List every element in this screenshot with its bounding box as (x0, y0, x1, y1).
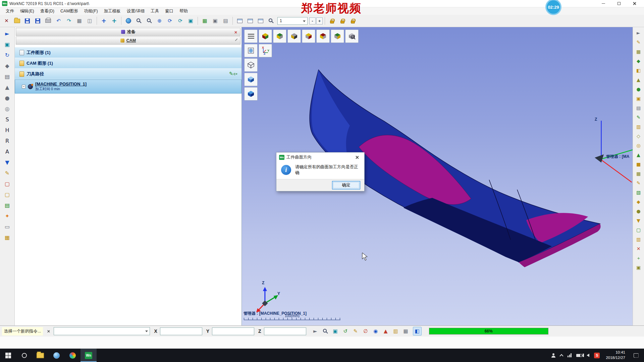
globe-icon[interactable] (123, 16, 133, 25)
z-coordinate-input[interactable] (264, 327, 306, 335)
surface-tool[interactable]: ▦ (2, 233, 13, 243)
rt-tri-icon[interactable]: ▲ (634, 75, 643, 84)
menu-item[interactable]: 文件 (3, 8, 17, 15)
browser-button[interactable] (48, 349, 64, 362)
dialog-title-bar[interactable]: Wn 工件曲面方向 (276, 153, 364, 162)
rt-half-icon[interactable]: ◧ (634, 66, 643, 75)
tree-item-machine-position[interactable]: [MACHINE_POSITION_1] 加工时间 0 min (15, 79, 241, 94)
transform-tool[interactable]: ↻ (2, 50, 13, 60)
laptop-tool[interactable]: ▭ (2, 222, 13, 232)
redo-icon[interactable]: ↷ (64, 16, 74, 25)
close-button[interactable] (627, 0, 642, 7)
save-all-icon[interactable] (33, 16, 43, 25)
region2-tool[interactable]: ▢ (2, 190, 13, 200)
worknc-taskbar-button[interactable]: Wn (80, 349, 97, 362)
steps-tool[interactable]: ▤ (2, 200, 13, 210)
sphere-tool[interactable]: ● (2, 93, 13, 103)
screen-icon[interactable]: ▣ (186, 16, 196, 25)
viewport-3d[interactable]: X Y Z Z 管理器 : [MA Z Y 管理器 : [MACHINE_POS… (242, 27, 633, 325)
rt-sq2-icon[interactable]: ■ (634, 160, 643, 169)
rt-grid2-icon[interactable]: ▦ (634, 169, 643, 178)
pan-icon[interactable]: ⊕ (155, 16, 164, 25)
stamp-icon[interactable]: ▲ (381, 327, 390, 336)
ime-icon[interactable]: S (594, 353, 600, 358)
view-iso-4-button[interactable] (302, 29, 315, 43)
y-coordinate-input[interactable] (212, 327, 254, 335)
move-entity-icon[interactable]: ▣ (331, 327, 340, 336)
r-tool[interactable]: R (2, 136, 13, 146)
speaker-icon[interactable] (587, 354, 589, 357)
annotate-icon[interactable]: ✎ (351, 327, 360, 336)
rt-plus-icon[interactable]: ＋ (634, 254, 643, 262)
prepare-header[interactable]: 准备 (16, 28, 240, 36)
scale-dropdown[interactable]: 1 (277, 17, 308, 25)
rt-d2-icon[interactable]: ◇ (634, 132, 643, 140)
print-icon[interactable] (43, 16, 53, 25)
scale-minus-button[interactable]: - (309, 17, 316, 24)
rt-square-icon[interactable]: ▣ (634, 94, 643, 103)
rt-cols2-icon[interactable]: ▥ (634, 235, 643, 244)
split-view-icon[interactable]: ◫ (85, 16, 95, 25)
xyz-axis-button[interactable]: X Y Z (259, 44, 272, 57)
menu-item[interactable]: 工具 (148, 8, 162, 15)
table2-icon[interactable]: ▦ (401, 327, 410, 336)
view-iso-2-button[interactable] (273, 29, 286, 43)
ok-button[interactable]: 确定 (332, 181, 360, 189)
rt-pen3-icon[interactable]: ✎ (634, 179, 643, 187)
refresh-view-icon[interactable]: ⟳ (175, 16, 185, 25)
zoom-window-icon[interactable] (134, 16, 144, 25)
cube-tool[interactable]: ▣ (2, 40, 13, 50)
collapse-expander[interactable] (22, 85, 25, 88)
rt-dot-icon[interactable]: ● (634, 85, 643, 94)
page-layout-3-icon[interactable] (256, 16, 265, 25)
new-toolpath-button[interactable]: ✎ C+ (229, 71, 237, 76)
rt-pencil-icon[interactable]: ✎ (634, 38, 643, 47)
view-shaded-button[interactable] (244, 87, 258, 101)
rotate-view-icon[interactable]: ⟳ (165, 16, 175, 25)
rt-hatch-icon[interactable]: ▧ (634, 188, 643, 197)
tree-item-cam-graphics[interactable]: CAM 图形 (1) (15, 58, 241, 69)
spark-tool[interactable]: ✦ (2, 211, 13, 221)
menu-item[interactable]: 窗口 (162, 8, 176, 15)
view-menu-button[interactable] (244, 29, 258, 43)
network-icon[interactable] (568, 353, 572, 357)
rt-pen2-icon[interactable]: ✎ (634, 113, 643, 122)
tray-expand-icon[interactable] (560, 354, 564, 358)
transform-icon[interactable]: + (109, 16, 119, 25)
rt-cols-icon[interactable]: ▥ (634, 122, 643, 131)
view-sphere-button[interactable] (244, 44, 258, 57)
scale-plus-button[interactable]: + (316, 17, 323, 24)
pencil-tool[interactable]: ✎ (2, 168, 13, 178)
view-iso-5-button[interactable] (316, 29, 330, 43)
rt-tri2-icon[interactable]: ▲ (634, 150, 643, 159)
view-iso-1-button[interactable] (259, 29, 272, 43)
page-layout-2-icon[interactable] (245, 16, 255, 25)
menu-item[interactable]: 查看(D) (37, 8, 57, 15)
rt-select-icon[interactable]: ► (634, 28, 643, 37)
grid-icon[interactable]: ▦ (74, 16, 84, 25)
pick-icon[interactable]: ► (311, 327, 320, 336)
minimize-button[interactable] (596, 0, 611, 7)
rt-grid-icon[interactable]: ▦ (634, 47, 643, 56)
columns-icon[interactable]: ▥ (391, 327, 400, 336)
axis-icon[interactable]: + (99, 16, 109, 25)
clear-command-button[interactable] (46, 328, 51, 334)
menu-item[interactable]: 功能(F) (81, 8, 101, 15)
explorer-button[interactable] (32, 349, 48, 362)
info-entity-icon[interactable]: ◉ (371, 327, 380, 336)
h-tool[interactable]: H (2, 125, 13, 135)
recycle-icon[interactable]: ↺ (341, 327, 350, 336)
a-tool[interactable]: A (2, 147, 13, 157)
zoom-text-icon[interactable] (266, 16, 276, 25)
lock-2-icon[interactable] (337, 16, 347, 25)
calculator-icon[interactable]: ▤ (221, 16, 230, 25)
people-icon[interactable] (551, 353, 555, 357)
rt-d3-icon[interactable]: ◆ (634, 197, 643, 206)
tree-item-workpiece[interactable]: 工件图形 (1) (15, 47, 241, 58)
layers-button[interactable]: ◧ (413, 327, 422, 336)
view-wireframe-button[interactable] (244, 58, 258, 72)
view-shaded-light-button[interactable] (244, 73, 258, 86)
region-tool[interactable]: ▢ (2, 179, 13, 189)
maximize-button[interactable] (611, 0, 627, 7)
stack-tool[interactable]: ▤ (2, 72, 13, 82)
